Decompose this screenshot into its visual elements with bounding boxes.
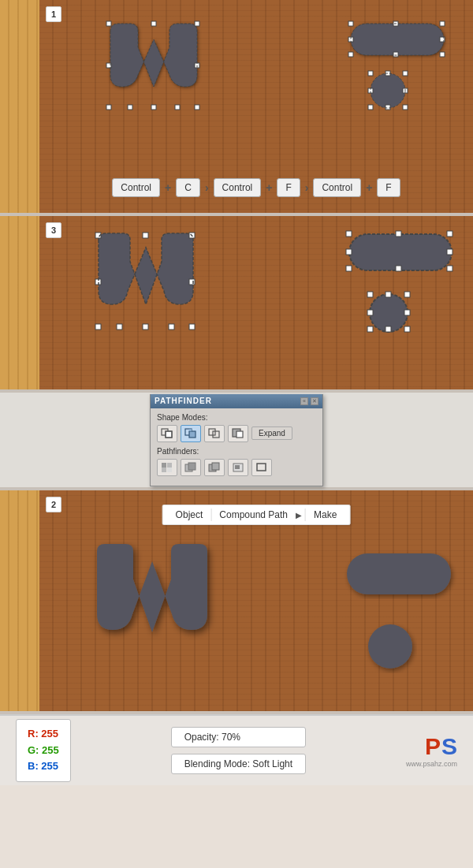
pathfinder-close[interactable]: ✕ [311,397,318,405]
pathfinder-window-controls[interactable]: « ✕ [300,397,318,405]
shape-mode-subtract[interactable] [228,425,248,442]
shape-mode-exclude[interactable] [204,425,225,442]
b-value: B: 255 [28,758,59,775]
svg-rect-18 [393,52,398,57]
svg-rect-14 [440,21,445,26]
svg-rect-34 [189,279,195,285]
menu-divider-1 [210,509,211,521]
svg-rect-9 [195,105,199,110]
svg-rect-47 [346,249,352,255]
shape-mode-add[interactable] [157,425,177,442]
svg-rect-38 [169,324,174,330]
section-number-2: 2 [46,497,61,512]
svg-rect-79 [257,464,266,471]
pathfinders-row [157,459,316,476]
blending-mode-button[interactable]: Blending Mode: Soft Light [171,754,306,774]
svg-rect-58 [385,326,391,332]
pathfinder-minimize[interactable]: « [300,397,308,405]
svg-point-81 [368,624,412,669]
section-1: 1 [0,0,473,213]
menu-make[interactable]: Make [307,508,343,522]
svg-rect-19 [440,52,445,57]
key-control-3: Control [313,178,361,197]
svg-rect-31 [143,233,148,238]
ps-logo: P S [425,733,457,760]
svg-rect-39 [189,324,195,330]
menu-compound-path[interactable]: Compound Path [213,508,294,522]
menu-divider-2 [305,509,306,521]
shape-modes-row: Expand [157,425,316,442]
svg-rect-35 [95,324,101,330]
pathfinder-divide[interactable] [157,459,177,476]
section-3: 3 [0,216,473,389]
v-shape-group-1 [102,20,221,117]
svg-rect-80 [347,553,451,594]
svg-rect-59 [404,326,410,332]
svg-rect-44 [346,231,352,237]
section-number-1: 1 [46,6,61,22]
section-2: 2 Object Compound Path ▶ Make [0,490,473,711]
v-shape-svg-1 [102,20,221,114]
svg-rect-27 [403,105,408,110]
svg-rect-46 [447,231,453,237]
left-strip-3 [0,216,39,389]
key-sequence: Control + C › Control + F › Control + F [39,178,473,197]
svg-rect-65 [209,429,215,435]
pathfinder-merge[interactable] [204,459,225,476]
rgb-values-box: R: 255 G: 255 B: 255 [16,719,71,782]
menu-object[interactable]: Object [169,508,210,522]
colon-shapes-3 [343,228,457,337]
svg-rect-22 [403,71,408,76]
svg-rect-57 [367,326,373,332]
ps-s-letter: S [441,733,457,760]
svg-rect-37 [143,324,148,330]
r-value: R: 255 [28,726,59,743]
shape-modes-label: Shape Modes: [157,413,316,422]
svg-rect-1 [151,21,156,26]
svg-rect-40 [349,234,452,270]
svg-rect-55 [367,310,373,315]
menu-submenu-arrow: ▶ [294,511,304,520]
svg-rect-78 [235,465,240,469]
colon-svg-2 [339,546,461,684]
svg-rect-50 [396,266,401,271]
main-area-1: 1 [39,0,473,213]
svg-rect-54 [404,292,410,297]
svg-rect-56 [404,310,410,315]
svg-rect-51 [447,266,453,271]
arrow-2: › [305,181,309,194]
v-shape-large-svg [83,542,221,680]
svg-rect-74 [188,463,196,470]
ps-p-letter: P [425,733,441,760]
svg-rect-70 [167,463,172,468]
svg-rect-7 [151,105,156,110]
svg-rect-36 [117,324,122,330]
expand-button[interactable]: Expand [251,427,292,440]
section-number-3: 3 [46,222,61,238]
svg-rect-2 [195,21,199,26]
pathfinder-titlebar: PATHFINDER « ✕ [151,394,322,408]
svg-rect-53 [385,292,391,297]
svg-rect-68 [236,431,243,438]
opacity-button[interactable]: Opacity: 70% [171,727,306,747]
svg-rect-72 [167,468,172,472]
menu-bar: Object Compound Path ▶ Make [162,505,351,525]
shape-mode-intersect[interactable] [181,425,201,442]
svg-rect-52 [367,292,373,297]
pathfinders-label: Pathfinders: [157,447,316,456]
svg-rect-64 [189,431,196,438]
key-f-1: F [277,178,300,197]
key-f-2: F [377,178,400,197]
arrow-1: › [205,181,209,194]
plus-3: + [366,181,372,194]
pathfinder-outline[interactable] [251,459,272,476]
svg-rect-45 [396,231,401,237]
pathfinder-section: PATHFINDER « ✕ Shape Modes: [0,393,473,487]
ps-site-url: www.psahz.com [406,760,457,768]
settings-box: Opacity: 70% Blending Mode: Soft Light [171,727,306,774]
svg-rect-12 [348,21,353,26]
left-strip-2 [0,490,39,711]
pathfinder-trim[interactable] [181,459,201,476]
pathfinder-crop[interactable] [228,459,248,476]
svg-rect-49 [346,266,352,271]
